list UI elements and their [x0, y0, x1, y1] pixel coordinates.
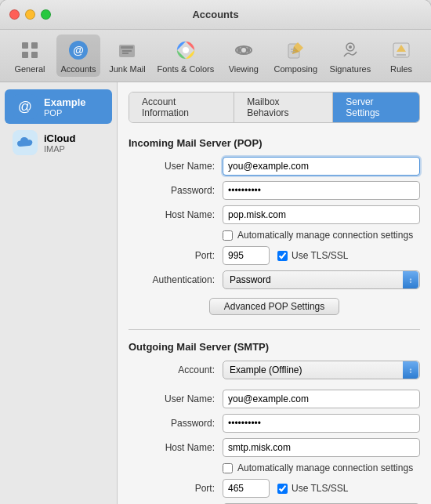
main-content: @ Example POP iCloud IMAP +	[0, 82, 431, 504]
outgoing-password-input[interactable]	[223, 414, 420, 433]
incoming-auth-wrapper: Password ↕	[223, 270, 420, 289]
accounts-icon: @	[66, 38, 91, 63]
outgoing-username-input[interactable]	[223, 390, 420, 408]
outgoing-password-row: Password:	[129, 414, 420, 433]
account-type-icloud: IMAP	[44, 144, 75, 154]
toolbar-item-rules[interactable]: Rules	[379, 34, 423, 77]
fonts-colors-label: Fonts & Colors	[157, 64, 214, 74]
window: Accounts General @ Accounts	[0, 0, 431, 504]
incoming-hostname-row: Host Name:	[129, 205, 420, 224]
incoming-auto-manage-row: Automatically manage connection settings	[223, 230, 420, 241]
toolbar: General @ Accounts Junk Mail	[0, 30, 431, 82]
tab-server-settings[interactable]: Server Settings	[333, 92, 419, 122]
toolbar-item-accounts[interactable]: @ Accounts	[56, 34, 100, 77]
outgoing-auto-manage-label: Automatically manage connection settings	[237, 462, 413, 473]
incoming-auth-select[interactable]: Password	[223, 270, 420, 289]
incoming-password-input[interactable]	[223, 181, 420, 200]
tab-mailbox-behaviors[interactable]: Mailbox Behaviors	[234, 92, 333, 122]
outgoing-account-row: Account: Example (Offline) ↕	[129, 361, 420, 379]
incoming-password-label: Password:	[129, 185, 223, 196]
toolbar-item-junk-mail[interactable]: Junk Mail	[105, 34, 150, 77]
account-item-icloud[interactable]: iCloud IMAP	[5, 125, 112, 160]
svg-rect-2	[22, 52, 28, 58]
window-title: Accounts	[192, 9, 238, 20]
tab-account-information[interactable]: Account Information	[129, 92, 234, 122]
incoming-tls-checkbox[interactable]	[277, 251, 288, 261]
account-icon-icloud	[13, 130, 38, 155]
composing-label: Composing	[273, 64, 317, 74]
incoming-username-label: User Name:	[129, 161, 223, 172]
close-button[interactable]	[9, 9, 20, 20]
outgoing-username-label: User Name:	[129, 393, 223, 404]
account-type-example: POP	[44, 108, 85, 118]
outgoing-port-label: Port:	[129, 483, 223, 494]
toolbar-item-fonts-colors[interactable]: Fonts & Colors	[154, 34, 217, 77]
svg-rect-1	[31, 42, 38, 49]
svg-point-20	[349, 45, 352, 49]
incoming-password-row: Password:	[129, 181, 420, 200]
toolbar-item-composing[interactable]: Composing	[270, 34, 321, 77]
svg-point-11	[183, 47, 189, 53]
incoming-username-input[interactable]	[223, 157, 420, 176]
outgoing-auto-manage-checkbox[interactable]	[223, 463, 233, 473]
toolbar-item-general[interactable]: General	[8, 34, 52, 77]
incoming-auto-manage-checkbox[interactable]	[223, 230, 233, 241]
window-controls	[9, 9, 51, 20]
account-icon-example: @	[13, 94, 38, 119]
outgoing-auto-manage-row: Automatically manage connection settings	[223, 462, 420, 473]
outgoing-username-row: User Name:	[129, 390, 420, 408]
signatures-label: Signatures	[330, 64, 371, 74]
junk-mail-icon	[114, 38, 139, 63]
outgoing-account-select[interactable]: Example (Offline)	[223, 361, 420, 379]
incoming-username-row: User Name:	[129, 157, 420, 176]
account-info-example: Example POP	[44, 96, 85, 118]
toolbar-item-signatures[interactable]: Signatures	[326, 34, 375, 77]
svg-rect-3	[31, 52, 38, 58]
minimize-button[interactable]	[25, 9, 35, 20]
account-info-icloud: iCloud IMAP	[44, 132, 75, 154]
outgoing-tls-label: Use TLS/SSL	[292, 483, 348, 494]
outgoing-hostname-input[interactable]	[223, 438, 420, 457]
general-icon	[17, 38, 42, 63]
incoming-section-header: Incoming Mail Server (POP)	[129, 137, 420, 149]
advanced-pop-settings-button[interactable]: Advanced POP Settings	[209, 298, 340, 315]
rules-label: Rules	[390, 64, 412, 74]
svg-rect-14	[237, 48, 241, 53]
outgoing-tls-checkbox[interactable]	[277, 484, 288, 494]
maximize-button[interactable]	[41, 9, 51, 20]
incoming-port-input[interactable]	[223, 246, 270, 265]
incoming-hostname-input[interactable]	[223, 205, 420, 224]
signatures-icon	[338, 38, 363, 63]
toolbar-item-viewing[interactable]: Viewing	[222, 34, 266, 77]
incoming-port-row: Port: Use TLS/SSL	[129, 246, 420, 265]
account-item-example[interactable]: @ Example POP	[5, 89, 112, 124]
viewing-icon	[231, 38, 256, 63]
account-name-icloud: iCloud	[44, 132, 75, 144]
junk-mail-label: Junk Mail	[109, 64, 145, 74]
svg-rect-15	[247, 48, 250, 53]
rules-icon	[389, 38, 414, 63]
accounts-label: Accounts	[60, 64, 96, 74]
general-label: General	[14, 64, 45, 74]
viewing-label: Viewing	[229, 64, 259, 74]
account-name-example: Example	[44, 96, 85, 108]
incoming-port-label: Port:	[129, 250, 223, 261]
svg-text:@: @	[73, 44, 84, 56]
svg-rect-0	[22, 42, 28, 49]
outgoing-hostname-label: Host Name:	[129, 442, 223, 453]
incoming-auth-row: Authentication: Password ↕	[129, 270, 420, 289]
outgoing-port-row: Port: Use TLS/SSL	[129, 479, 420, 498]
sidebar: @ Example POP iCloud IMAP +	[0, 82, 118, 504]
incoming-hostname-label: Host Name:	[129, 209, 223, 220]
incoming-tls-row: Use TLS/SSL	[277, 250, 348, 261]
outgoing-password-label: Password:	[129, 418, 223, 429]
advanced-btn-row: Advanced POP Settings	[129, 298, 420, 315]
incoming-auto-manage-label: Automatically manage connection settings	[237, 230, 413, 241]
incoming-auth-label: Authentication:	[129, 274, 223, 285]
outgoing-port-input[interactable]	[223, 479, 270, 498]
titlebar: Accounts	[0, 0, 431, 30]
tab-bar: Account Information Mailbox Behaviors Se…	[129, 92, 420, 123]
incoming-tls-label: Use TLS/SSL	[292, 250, 348, 261]
outgoing-hostname-row: Host Name:	[129, 438, 420, 457]
outgoing-account-label: Account:	[129, 364, 223, 375]
